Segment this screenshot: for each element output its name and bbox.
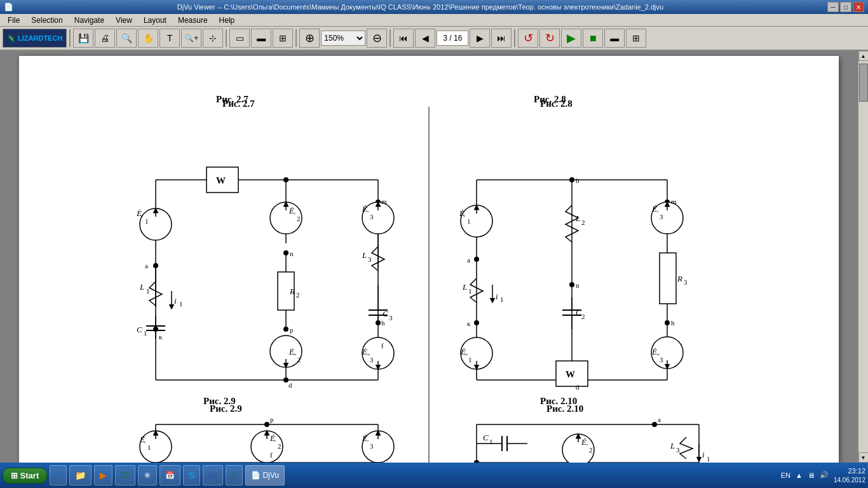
window-controls: ─ □ ✕ <box>827 2 864 12</box>
scroll-up-button[interactable]: ▲ <box>858 51 869 61</box>
svg-text:a: a <box>467 256 470 264</box>
taskbar-explorer[interactable]: 📁 <box>69 465 92 485</box>
taskbar-media[interactable]: ▶ <box>94 465 112 485</box>
svg-text:': ' <box>144 440 146 447</box>
zoom-in-button[interactable]: 🔍+ <box>181 29 201 48</box>
zoom-minus-button[interactable]: ⊖ <box>367 29 387 48</box>
prev-page-button[interactable]: ◀ <box>415 29 435 48</box>
svg-text:L: L <box>462 282 467 292</box>
svg-text:3: 3 <box>660 213 663 220</box>
play-button[interactable]: ▶ <box>561 29 581 48</box>
stop-button[interactable]: ⏹ <box>583 29 603 48</box>
svg-text:f: f <box>270 451 273 459</box>
select-button[interactable]: ⊹ <box>203 29 223 48</box>
start-button[interactable]: ⊞ Start <box>3 468 47 484</box>
menu-selection[interactable]: Selection <box>26 14 67 26</box>
taskbar-app1[interactable]: ✳ <box>138 465 157 485</box>
svg-text:': ' <box>657 209 658 217</box>
menu-measure[interactable]: Measure <box>173 14 213 26</box>
scroll-down-button[interactable]: ▼ <box>858 452 869 463</box>
taskbar-word[interactable]: W <box>203 465 222 485</box>
svg-text:Ė: Ė <box>288 206 294 215</box>
hand-tool-button[interactable]: ✋ <box>138 29 158 48</box>
tray-sound: 🔊 <box>820 471 829 479</box>
svg-text:1: 1 <box>489 438 493 445</box>
taskbar-calendar[interactable]: 📅 <box>159 465 180 485</box>
document-area: Рис. 2.7 Рис. 2.8 Рис. 2.9 Рис. 2.10 .ci… <box>0 51 858 463</box>
svg-text:3: 3 <box>660 356 663 363</box>
scroll-thumb[interactable] <box>859 64 868 102</box>
first-page-button[interactable]: ⏮ <box>393 29 414 48</box>
svg-text:L: L <box>139 282 144 292</box>
svg-text:C: C <box>483 433 489 442</box>
page-input[interactable] <box>437 30 468 46</box>
svg-text:3: 3 <box>370 213 374 220</box>
next-page-button[interactable]: ▶ <box>470 29 490 48</box>
maximize-button[interactable]: □ <box>840 2 851 12</box>
menu-layout[interactable]: Layout <box>139 14 172 26</box>
layout2-button[interactable]: ⊞ <box>626 29 646 48</box>
window-title: DjVu Viewer -- C:\Users\Ольга\Documents\… <box>13 3 827 11</box>
view1-button[interactable]: ▭ <box>229 29 250 48</box>
scrollbar[interactable]: ▲ ▼ <box>858 51 868 463</box>
svg-text:'': '' <box>465 352 468 360</box>
svg-text:Ė: Ė <box>581 437 587 447</box>
taskbar-ie[interactable]: e <box>50 465 67 485</box>
system-clock: 23:12 14.06.2012 <box>834 466 865 484</box>
svg-text:W: W <box>216 175 226 186</box>
svg-text:к: к <box>159 333 163 341</box>
tray-icon-arrow[interactable]: ▲ <box>796 471 803 479</box>
lang-indicator: EN <box>781 471 790 479</box>
svg-text:C: C <box>137 325 142 334</box>
svg-text:Рис. 2.8: Рис. 2.8 <box>540 98 573 109</box>
taskbar-kaspersky[interactable]: 🛡 <box>115 465 135 485</box>
svg-text:m: m <box>381 198 387 205</box>
svg-point-162 <box>652 422 657 427</box>
taskbar-skype[interactable]: S <box>183 465 200 485</box>
svg-text:p: p <box>290 326 294 334</box>
svg-text:1: 1 <box>467 217 471 225</box>
print-button[interactable]: 🖨 <box>95 29 115 48</box>
svg-text:'': '' <box>294 352 296 360</box>
main-area: Рис. 2.7 Рис. 2.8 Рис. 2.9 Рис. 2.10 .ci… <box>0 51 868 463</box>
svg-text:Рис. 2.7: Рис. 2.7 <box>222 98 255 109</box>
svg-text:1: 1 <box>146 287 150 295</box>
layout1-button[interactable]: ▬ <box>604 29 625 48</box>
zoom-select[interactable]: 150% 100% 75% 200% <box>321 30 365 46</box>
taskbar-djvu[interactable]: 📄 DjVu <box>245 465 285 485</box>
svg-text:Рис. 2.10: Рис. 2.10 <box>546 403 583 414</box>
text-tool-button[interactable]: T <box>159 29 180 48</box>
svg-text:2: 2 <box>581 313 585 320</box>
svg-text:1: 1 <box>179 300 183 308</box>
minimize-button[interactable]: ─ <box>827 2 839 12</box>
save-button[interactable]: 💾 <box>73 29 93 48</box>
taskbar-excel[interactable]: X <box>226 465 243 485</box>
zoom-plus-button[interactable]: ⊕ <box>299 29 320 48</box>
close-button[interactable]: ✕ <box>853 2 864 12</box>
svg-text:d: d <box>288 381 292 389</box>
svg-text:R: R <box>677 274 682 283</box>
menu-help[interactable]: Help <box>214 14 240 26</box>
svg-text:n: n <box>576 281 580 289</box>
svg-text:3: 3 <box>368 255 372 263</box>
svg-text:L: L <box>670 441 675 451</box>
menu-navigate[interactable]: Navigate <box>69 14 109 26</box>
svg-text:a: a <box>658 416 661 423</box>
view2-button[interactable]: ▬ <box>251 29 271 48</box>
rot-left-button[interactable]: ↺ <box>518 29 538 48</box>
svg-rect-123 <box>660 253 676 304</box>
menu-bar: File Selection Navigate View Layout Meas… <box>0 14 868 27</box>
find-button[interactable]: 🔍 <box>116 29 137 48</box>
rot-right-button[interactable]: ↻ <box>539 29 560 48</box>
menu-file[interactable]: File <box>3 14 25 26</box>
view3-button[interactable]: ⊞ <box>273 29 293 48</box>
sep5 <box>514 29 515 47</box>
svg-text:': ' <box>275 438 276 446</box>
last-page-button[interactable]: ⏭ <box>491 29 512 48</box>
svg-text:': ' <box>367 438 369 446</box>
menu-view[interactable]: View <box>111 14 137 26</box>
svg-text:m: m <box>671 198 677 205</box>
svg-text:3: 3 <box>684 278 688 286</box>
svg-text:R: R <box>289 287 295 296</box>
svg-text:L: L <box>575 214 580 223</box>
